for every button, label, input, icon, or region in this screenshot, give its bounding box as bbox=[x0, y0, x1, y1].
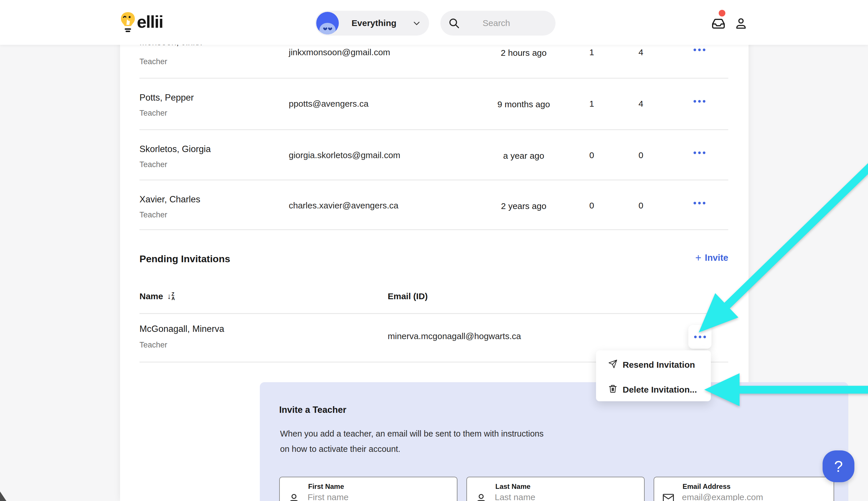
column-header-name: Name bbox=[139, 291, 163, 301]
divider bbox=[139, 229, 728, 230]
ellii-logo[interactable]: ellii bbox=[120, 11, 163, 35]
divider bbox=[139, 313, 728, 314]
inbox-tray-icon bbox=[711, 17, 725, 30]
plus-icon: + bbox=[695, 253, 701, 263]
top-navbar: ellii Everything bbox=[0, 0, 868, 45]
lightbulb-logo-icon bbox=[120, 11, 136, 35]
teacher-role: Teacher bbox=[139, 211, 167, 220]
global-search bbox=[440, 11, 555, 35]
row-actions-menu-button[interactable] bbox=[685, 202, 714, 204]
row-actions-menu-button[interactable] bbox=[685, 49, 714, 51]
teacher-count-2: 4 bbox=[626, 99, 655, 109]
last-name-field: Last Name bbox=[467, 477, 645, 501]
user-icon bbox=[734, 17, 747, 30]
invite-button-label: Invite bbox=[705, 253, 728, 263]
pending-invite-email: minerva.mcgonagall@hogwarts.ca bbox=[388, 331, 521, 341]
pending-invite-role: Teacher bbox=[139, 341, 167, 350]
resend-invitation-menu-item[interactable]: Resend Invitation bbox=[596, 356, 711, 373]
table-row: Potts, Pepper Teacher ppotts@avengers.ca… bbox=[120, 79, 749, 130]
teacher-last-active: 2 years ago bbox=[476, 201, 572, 211]
column-header-name-sort[interactable]: Name ↓ Z A bbox=[139, 291, 175, 301]
email-address-field: Email Address bbox=[653, 477, 834, 501]
invite-teacher-panel: Invite a Teacher When you add a teacher,… bbox=[260, 382, 848, 501]
delete-invitation-menu-item[interactable]: Delete Invitation... bbox=[596, 381, 711, 398]
email-address-label: Email Address bbox=[682, 482, 731, 491]
ellii-admin-screen: Monsoon, Jinkx Teacher jinkxmonsoon@gmai… bbox=[0, 0, 868, 501]
teacher-count-2: 0 bbox=[626, 150, 655, 160]
invitation-context-menu: Resend Invitation Delete Invitation... bbox=[596, 350, 711, 401]
teacher-count-2: 4 bbox=[626, 47, 655, 57]
person-icon bbox=[475, 492, 487, 501]
logo-wordmark: ellii bbox=[137, 11, 163, 33]
teacher-role: Teacher bbox=[139, 57, 167, 66]
inbox-button[interactable] bbox=[709, 14, 728, 33]
help-button[interactable]: ? bbox=[823, 450, 855, 482]
teacher-count-1: 1 bbox=[577, 47, 606, 57]
teacher-name: Potts, Pepper bbox=[139, 93, 194, 103]
teacher-count-2: 0 bbox=[626, 201, 655, 211]
search-input[interactable] bbox=[483, 11, 549, 35]
send-icon bbox=[608, 359, 617, 371]
trash-icon bbox=[608, 384, 617, 395]
scope-selected-value: Everything bbox=[352, 11, 396, 35]
invite-button[interactable]: + Invite bbox=[695, 253, 728, 263]
teacher-last-active: 2 hours ago bbox=[476, 48, 572, 58]
scope-selector-dropdown[interactable]: Everything bbox=[315, 11, 429, 35]
first-name-field: First Name bbox=[279, 477, 458, 501]
teacher-email: giorgia.skorletos@gmail.com bbox=[289, 150, 400, 160]
mascot-avatar bbox=[316, 12, 339, 34]
teacher-name: Xavier, Charles bbox=[139, 194, 200, 205]
teacher-name: Skorletos, Giorgia bbox=[139, 144, 211, 154]
chevron-down-icon bbox=[412, 19, 421, 30]
pending-invite-name: McGonagall, Minerva bbox=[139, 324, 224, 334]
menu-item-label: Resend Invitation bbox=[623, 360, 695, 370]
sort-descending-icon: ↓ Z A bbox=[167, 291, 175, 301]
teacher-email: jinkxmonsoon@gmail.com bbox=[289, 47, 390, 57]
table-row: Xavier, Charles Teacher charles.xavier@a… bbox=[120, 180, 749, 230]
search-icon bbox=[448, 17, 460, 30]
notification-dot bbox=[719, 10, 725, 17]
teacher-count-1: 0 bbox=[577, 150, 606, 160]
pending-row-actions-menu-button[interactable] bbox=[688, 325, 711, 349]
menu-item-label: Delete Invitation... bbox=[623, 385, 697, 395]
first-name-input[interactable] bbox=[307, 492, 435, 501]
account-button[interactable] bbox=[731, 14, 751, 33]
question-mark-icon: ? bbox=[834, 457, 843, 475]
teacher-email: charles.xavier@avengers.ca bbox=[289, 201, 398, 211]
teacher-role: Teacher bbox=[139, 109, 167, 118]
pending-invitations-title: Pending Invitations bbox=[139, 253, 230, 265]
teacher-count-1: 0 bbox=[577, 201, 606, 211]
teacher-last-active: 9 months ago bbox=[476, 99, 572, 109]
row-actions-menu-button[interactable] bbox=[685, 151, 714, 154]
row-actions-menu-button[interactable] bbox=[685, 100, 714, 103]
table-row: Skorletos, Giorgia Teacher giorgia.skorl… bbox=[120, 130, 749, 180]
cursor-artifact bbox=[0, 0, 9, 501]
column-header-email: Email (ID) bbox=[388, 291, 428, 301]
envelope-icon bbox=[662, 492, 674, 501]
teacher-count-1: 1 bbox=[577, 99, 606, 109]
teacher-email: ppotts@avengers.ca bbox=[289, 99, 369, 109]
invite-teacher-title: Invite a Teacher bbox=[279, 405, 346, 415]
teacher-last-active: a year ago bbox=[476, 151, 572, 161]
invite-teacher-description: When you add a teacher, an email will be… bbox=[280, 429, 544, 439]
invite-teacher-description: on how to activate their account. bbox=[280, 444, 400, 454]
last-name-input[interactable] bbox=[495, 492, 622, 501]
main-content-panel: Monsoon, Jinkx Teacher jinkxmonsoon@gmai… bbox=[120, 0, 749, 501]
person-icon bbox=[288, 492, 300, 501]
teacher-role: Teacher bbox=[139, 160, 167, 169]
first-name-label: First Name bbox=[308, 482, 344, 491]
email-address-input[interactable] bbox=[682, 492, 809, 501]
last-name-label: Last Name bbox=[495, 482, 530, 491]
